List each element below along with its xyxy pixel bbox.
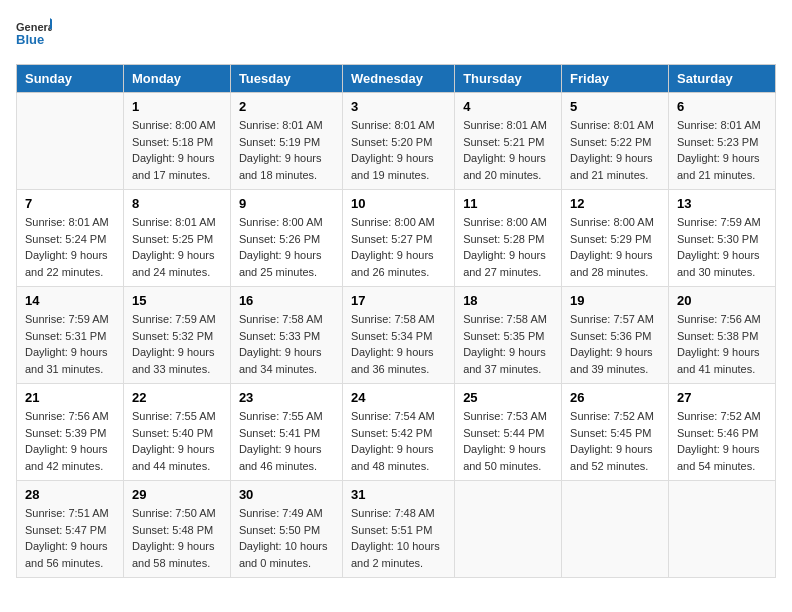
day-info: Sunrise: 8:01 AMSunset: 5:19 PMDaylight:… — [239, 117, 334, 183]
calendar-cell — [455, 481, 562, 578]
day-number: 22 — [132, 390, 222, 405]
page-header: General Blue — [16, 16, 776, 52]
day-number: 5 — [570, 99, 660, 114]
calendar-week-row: 7Sunrise: 8:01 AMSunset: 5:24 PMDaylight… — [17, 190, 776, 287]
day-info: Sunrise: 8:00 AMSunset: 5:27 PMDaylight:… — [351, 214, 446, 280]
day-number: 7 — [25, 196, 115, 211]
day-info: Sunrise: 7:58 AMSunset: 5:35 PMDaylight:… — [463, 311, 553, 377]
calendar-cell: 4Sunrise: 8:01 AMSunset: 5:21 PMDaylight… — [455, 93, 562, 190]
calendar-week-row: 21Sunrise: 7:56 AMSunset: 5:39 PMDayligh… — [17, 384, 776, 481]
day-info: Sunrise: 8:01 AMSunset: 5:20 PMDaylight:… — [351, 117, 446, 183]
calendar-cell — [562, 481, 669, 578]
day-number: 6 — [677, 99, 767, 114]
day-info: Sunrise: 7:59 AMSunset: 5:31 PMDaylight:… — [25, 311, 115, 377]
day-info: Sunrise: 8:01 AMSunset: 5:21 PMDaylight:… — [463, 117, 553, 183]
header-tuesday: Tuesday — [230, 65, 342, 93]
day-number: 14 — [25, 293, 115, 308]
calendar-cell: 12Sunrise: 8:00 AMSunset: 5:29 PMDayligh… — [562, 190, 669, 287]
calendar-cell: 26Sunrise: 7:52 AMSunset: 5:45 PMDayligh… — [562, 384, 669, 481]
day-number: 21 — [25, 390, 115, 405]
day-number: 17 — [351, 293, 446, 308]
calendar-cell: 8Sunrise: 8:01 AMSunset: 5:25 PMDaylight… — [123, 190, 230, 287]
svg-marker-2 — [50, 18, 52, 30]
calendar-cell: 6Sunrise: 8:01 AMSunset: 5:23 PMDaylight… — [669, 93, 776, 190]
calendar-cell: 18Sunrise: 7:58 AMSunset: 5:35 PMDayligh… — [455, 287, 562, 384]
calendar-cell: 27Sunrise: 7:52 AMSunset: 5:46 PMDayligh… — [669, 384, 776, 481]
calendar-cell: 29Sunrise: 7:50 AMSunset: 5:48 PMDayligh… — [123, 481, 230, 578]
calendar-cell: 2Sunrise: 8:01 AMSunset: 5:19 PMDaylight… — [230, 93, 342, 190]
day-info: Sunrise: 7:55 AMSunset: 5:40 PMDaylight:… — [132, 408, 222, 474]
day-info: Sunrise: 7:58 AMSunset: 5:34 PMDaylight:… — [351, 311, 446, 377]
day-info: Sunrise: 7:53 AMSunset: 5:44 PMDaylight:… — [463, 408, 553, 474]
calendar-cell: 15Sunrise: 7:59 AMSunset: 5:32 PMDayligh… — [123, 287, 230, 384]
day-info: Sunrise: 8:01 AMSunset: 5:23 PMDaylight:… — [677, 117, 767, 183]
day-number: 12 — [570, 196, 660, 211]
day-info: Sunrise: 7:58 AMSunset: 5:33 PMDaylight:… — [239, 311, 334, 377]
calendar-cell: 7Sunrise: 8:01 AMSunset: 5:24 PMDaylight… — [17, 190, 124, 287]
calendar-cell: 10Sunrise: 8:00 AMSunset: 5:27 PMDayligh… — [343, 190, 455, 287]
calendar-cell: 22Sunrise: 7:55 AMSunset: 5:40 PMDayligh… — [123, 384, 230, 481]
calendar-week-row: 1Sunrise: 8:00 AMSunset: 5:18 PMDaylight… — [17, 93, 776, 190]
calendar-cell: 30Sunrise: 7:49 AMSunset: 5:50 PMDayligh… — [230, 481, 342, 578]
calendar-week-row: 28Sunrise: 7:51 AMSunset: 5:47 PMDayligh… — [17, 481, 776, 578]
day-info: Sunrise: 7:56 AMSunset: 5:39 PMDaylight:… — [25, 408, 115, 474]
day-number: 15 — [132, 293, 222, 308]
day-number: 4 — [463, 99, 553, 114]
day-info: Sunrise: 8:00 AMSunset: 5:18 PMDaylight:… — [132, 117, 222, 183]
day-info: Sunrise: 8:00 AMSunset: 5:26 PMDaylight:… — [239, 214, 334, 280]
calendar-cell: 25Sunrise: 7:53 AMSunset: 5:44 PMDayligh… — [455, 384, 562, 481]
calendar-cell: 17Sunrise: 7:58 AMSunset: 5:34 PMDayligh… — [343, 287, 455, 384]
day-number: 13 — [677, 196, 767, 211]
calendar-cell: 16Sunrise: 7:58 AMSunset: 5:33 PMDayligh… — [230, 287, 342, 384]
day-info: Sunrise: 8:00 AMSunset: 5:28 PMDaylight:… — [463, 214, 553, 280]
day-number: 23 — [239, 390, 334, 405]
day-number: 8 — [132, 196, 222, 211]
day-info: Sunrise: 7:59 AMSunset: 5:32 PMDaylight:… — [132, 311, 222, 377]
calendar-header-row: SundayMondayTuesdayWednesdayThursdayFrid… — [17, 65, 776, 93]
day-info: Sunrise: 7:55 AMSunset: 5:41 PMDaylight:… — [239, 408, 334, 474]
day-number: 3 — [351, 99, 446, 114]
day-number: 9 — [239, 196, 334, 211]
calendar-cell: 28Sunrise: 7:51 AMSunset: 5:47 PMDayligh… — [17, 481, 124, 578]
day-number: 18 — [463, 293, 553, 308]
header-saturday: Saturday — [669, 65, 776, 93]
day-number: 11 — [463, 196, 553, 211]
calendar-cell: 31Sunrise: 7:48 AMSunset: 5:51 PMDayligh… — [343, 481, 455, 578]
header-friday: Friday — [562, 65, 669, 93]
day-info: Sunrise: 7:48 AMSunset: 5:51 PMDaylight:… — [351, 505, 446, 571]
day-number: 27 — [677, 390, 767, 405]
calendar-week-row: 14Sunrise: 7:59 AMSunset: 5:31 PMDayligh… — [17, 287, 776, 384]
day-number: 24 — [351, 390, 446, 405]
day-number: 19 — [570, 293, 660, 308]
day-number: 30 — [239, 487, 334, 502]
header-monday: Monday — [123, 65, 230, 93]
calendar-cell: 1Sunrise: 8:00 AMSunset: 5:18 PMDaylight… — [123, 93, 230, 190]
day-number: 29 — [132, 487, 222, 502]
day-info: Sunrise: 7:54 AMSunset: 5:42 PMDaylight:… — [351, 408, 446, 474]
day-info: Sunrise: 7:56 AMSunset: 5:38 PMDaylight:… — [677, 311, 767, 377]
calendar-cell: 11Sunrise: 8:00 AMSunset: 5:28 PMDayligh… — [455, 190, 562, 287]
svg-text:Blue: Blue — [16, 32, 44, 47]
logo-svg: General Blue — [16, 16, 52, 52]
calendar-table: SundayMondayTuesdayWednesdayThursdayFrid… — [16, 64, 776, 578]
day-number: 10 — [351, 196, 446, 211]
day-info: Sunrise: 7:50 AMSunset: 5:48 PMDaylight:… — [132, 505, 222, 571]
header-sunday: Sunday — [17, 65, 124, 93]
calendar-cell — [17, 93, 124, 190]
logo: General Blue — [16, 16, 52, 52]
day-info: Sunrise: 7:51 AMSunset: 5:47 PMDaylight:… — [25, 505, 115, 571]
calendar-cell: 24Sunrise: 7:54 AMSunset: 5:42 PMDayligh… — [343, 384, 455, 481]
header-thursday: Thursday — [455, 65, 562, 93]
day-number: 16 — [239, 293, 334, 308]
day-info: Sunrise: 7:52 AMSunset: 5:46 PMDaylight:… — [677, 408, 767, 474]
day-number: 20 — [677, 293, 767, 308]
calendar-cell: 5Sunrise: 8:01 AMSunset: 5:22 PMDaylight… — [562, 93, 669, 190]
day-number: 2 — [239, 99, 334, 114]
calendar-cell: 9Sunrise: 8:00 AMSunset: 5:26 PMDaylight… — [230, 190, 342, 287]
header-wednesday: Wednesday — [343, 65, 455, 93]
day-info: Sunrise: 8:00 AMSunset: 5:29 PMDaylight:… — [570, 214, 660, 280]
calendar-cell: 13Sunrise: 7:59 AMSunset: 5:30 PMDayligh… — [669, 190, 776, 287]
calendar-cell: 23Sunrise: 7:55 AMSunset: 5:41 PMDayligh… — [230, 384, 342, 481]
calendar-cell: 3Sunrise: 8:01 AMSunset: 5:20 PMDaylight… — [343, 93, 455, 190]
day-info: Sunrise: 8:01 AMSunset: 5:22 PMDaylight:… — [570, 117, 660, 183]
